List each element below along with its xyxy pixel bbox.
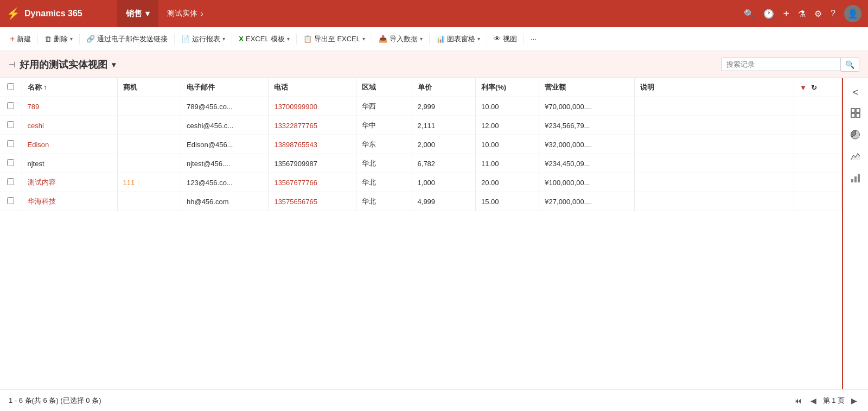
col-email[interactable]: 电子邮件 — [181, 78, 268, 97]
top-nav-right: 🔍 🕐 + ⚗ ⚙ ? 👤 — [744, 5, 861, 22]
add-icon[interactable]: + — [783, 8, 789, 20]
prev-page-button[interactable]: ◀ — [808, 395, 819, 406]
view-header: ⊣ 好用的测试实体视图 ▾ 🔍 — [0, 51, 868, 78]
row-revenue-cell: ¥70,000,000.... — [539, 97, 635, 116]
row-phone-cell: 13898765543 — [269, 135, 356, 154]
row-rate-cell: 10.00 — [475, 97, 539, 116]
search-input[interactable] — [722, 58, 841, 71]
col-unit-price[interactable]: 单价 — [412, 78, 475, 97]
col-region[interactable]: 区域 — [356, 78, 412, 97]
record-name-link[interactable]: Edison — [28, 141, 49, 149]
next-page-button[interactable]: ▶ — [849, 395, 859, 406]
user-avatar[interactable]: 👤 — [844, 5, 861, 22]
opportunity-link[interactable]: 111 — [123, 179, 135, 187]
chart-label: 图表窗格 — [447, 34, 475, 44]
collapse-panel-button[interactable]: < — [846, 83, 865, 102]
col-note[interactable]: 说明 — [635, 78, 794, 97]
row-actions-cell — [794, 135, 841, 154]
col-checkbox[interactable] — [0, 78, 22, 97]
row-rate-cell: 10.00 — [475, 135, 539, 154]
col-revenue[interactable]: 营业额 — [539, 78, 635, 97]
refresh-grid-icon[interactable]: ↻ — [811, 84, 817, 92]
record-name-link[interactable]: ceshi — [28, 122, 44, 130]
search-icon[interactable]: 🔍 — [744, 9, 755, 19]
row-name-cell: Edison — [22, 135, 117, 154]
row-name-cell: 789 — [22, 97, 117, 116]
row-rate-cell: 20.00 — [475, 173, 539, 192]
import-button[interactable]: 📥 导入数据 ▾ — [373, 27, 428, 51]
col-opportunity[interactable]: 商机 — [117, 78, 181, 97]
col-phone[interactable]: 电话 — [269, 78, 356, 97]
filter-grid-icon[interactable]: ▼ — [800, 84, 807, 92]
svg-rect-5 — [851, 179, 853, 182]
module-selector[interactable]: 销售 ▾ — [117, 0, 158, 27]
separator-1 — [37, 34, 38, 45]
col-name[interactable]: 名称 ↑ — [22, 78, 117, 97]
record-name-link[interactable]: 789 — [28, 103, 40, 111]
view-title-chevron[interactable]: ▾ — [112, 60, 116, 69]
row-phone-cell: 13322877765 — [269, 116, 356, 135]
search-button[interactable]: 🔍 — [841, 58, 859, 72]
view-button[interactable]: 👁 视图 — [488, 27, 522, 51]
grid-view-button[interactable] — [846, 104, 865, 124]
delete-label: 删除 — [54, 34, 68, 44]
email-link-button[interactable]: 🔗 通过电子邮件发送链接 — [81, 27, 173, 51]
view-icon: 👁 — [494, 35, 501, 43]
settings-icon[interactable]: ⚙ — [814, 9, 822, 19]
col-actions: ▼ ↻ — [794, 78, 841, 97]
row-rate-cell: 11.00 — [475, 154, 539, 173]
delete-button[interactable]: 🗑 删除 ▾ — [39, 27, 78, 51]
row-email-cell: 789@456.co... — [181, 97, 268, 116]
row-note-cell — [635, 173, 794, 192]
excel-template-button[interactable]: X EXCEL 模板 ▾ — [233, 27, 295, 51]
row-revenue-cell: ¥234,450,09... — [539, 154, 635, 173]
record-name-link[interactable]: 测试内容 — [28, 178, 56, 186]
history-icon[interactable]: 🕐 — [763, 9, 774, 19]
row-unit-price-cell: 1,000 — [412, 173, 475, 192]
delete-chevron: ▾ — [70, 36, 73, 42]
breadcrumb-text: 测试实体 — [167, 9, 197, 18]
separator-8 — [487, 34, 487, 45]
email-icon: 🔗 — [86, 35, 95, 43]
bar-chart-button[interactable] — [846, 169, 865, 189]
row-note-cell — [635, 192, 794, 211]
row-checkbox[interactable] — [7, 140, 14, 147]
row-checkbox[interactable] — [7, 102, 14, 109]
data-grid: 名称 ↑ 商机 电子邮件 电话 区域 单价 利率(%) 营业额 说明 ▼ ↻ — [0, 78, 842, 211]
row-rate-cell: 15.00 — [475, 192, 539, 211]
excel-tpl-chevron: ▾ — [287, 36, 290, 42]
status-bar: 1 - 6 条(共 6 条) (已选择 0 条) ⏮ ◀ 第 1 页 ▶ — [0, 389, 868, 411]
pie-chart-icon — [850, 129, 861, 143]
help-icon[interactable]: ? — [831, 9, 835, 18]
row-unit-price-cell: 4,999 — [412, 192, 475, 211]
row-actions-cell — [794, 192, 841, 211]
row-phone-cell: 13700999900 — [269, 97, 356, 116]
chart-icon: 📊 — [436, 35, 445, 43]
filter-icon[interactable]: ⚗ — [798, 9, 806, 19]
pin-icon: ⊣ — [9, 60, 15, 69]
row-checkbox-cell — [0, 97, 22, 116]
row-checkbox[interactable] — [7, 121, 14, 128]
row-checkbox[interactable] — [7, 178, 14, 185]
row-checkbox[interactable] — [7, 197, 14, 204]
pie-chart-button[interactable] — [846, 126, 865, 146]
collapse-icon: < — [853, 87, 859, 98]
lightning-icon: ⚡ — [7, 7, 20, 20]
more-button[interactable]: ··· — [525, 27, 542, 51]
area-chart-button[interactable] — [846, 148, 865, 167]
new-button[interactable]: + 新建 — [4, 27, 36, 51]
select-all-checkbox[interactable] — [7, 83, 14, 90]
col-rate[interactable]: 利率(%) — [475, 78, 539, 97]
first-page-button[interactable]: ⏮ — [792, 395, 804, 406]
export-excel-button[interactable]: 📋 导出至 EXCEL ▾ — [298, 27, 371, 51]
row-actions-cell — [794, 173, 841, 192]
svg-rect-3 — [856, 113, 860, 117]
chart-pane-button[interactable]: 📊 图表窗格 ▾ — [431, 27, 486, 51]
breadcrumb-arrow: › — [201, 9, 203, 18]
row-checkbox[interactable] — [7, 159, 14, 166]
page-label: 第 1 页 — [823, 396, 845, 406]
record-name-link[interactable]: 华海科技 — [28, 197, 56, 205]
email-label: 通过电子邮件发送链接 — [97, 34, 168, 44]
report-button[interactable]: 📄 运行报表 ▾ — [176, 27, 231, 51]
row-region-cell: 华北 — [356, 173, 412, 192]
